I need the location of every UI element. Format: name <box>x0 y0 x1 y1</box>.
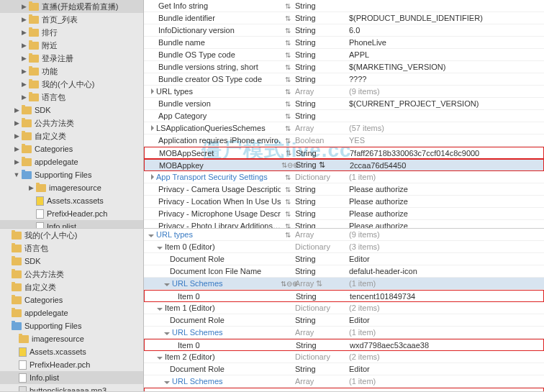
tree-item[interactable]: 公共方法类 <box>0 268 143 281</box>
plist-type[interactable]: String <box>295 99 345 108</box>
plist-row[interactable]: Privacy - Location When In Use Us…⇅Strin… <box>144 196 544 208</box>
plist-row[interactable]: Item 0Stringtencent101849734 <box>144 290 544 302</box>
plist-row[interactable]: App Transport Security Settings⇅Dictiona… <box>144 171 544 183</box>
tree-item[interactable]: Info.plist <box>0 371 143 384</box>
plist-type[interactable]: String <box>295 63 345 71</box>
plist-type[interactable]: Dictionary <box>295 173 345 181</box>
tree-item[interactable]: Assets.xcassets <box>0 345 143 358</box>
plist-type[interactable]: String <box>295 185 345 193</box>
disclosure-triangle-icon[interactable]: ▶ <box>13 145 20 152</box>
plist-key[interactable]: Bundle creator OS Type code <box>158 75 262 83</box>
plist-value[interactable]: (1 item) <box>345 173 544 181</box>
disclosure-triangle-icon[interactable]: ▶ <box>27 184 35 191</box>
plist-type[interactable]: Dictionary <box>295 352 345 361</box>
stepper-icon[interactable]: ⇅ <box>281 63 295 71</box>
plist-row[interactable]: Privacy - Microphone Usage Descri…⇅Strin… <box>144 208 544 220</box>
tree-item[interactable]: ▶公共方法类 <box>0 117 143 129</box>
plist-type[interactable]: String ⇅ <box>296 160 346 170</box>
plist-type[interactable]: String <box>295 267 345 275</box>
plist-value[interactable]: (1 item) <box>345 328 544 337</box>
plist-value[interactable]: wxd7798aec53caae38 <box>346 341 543 350</box>
plist-type[interactable]: Dictionary <box>295 304 345 312</box>
disclosure-triangle-icon[interactable]: ▶ <box>20 55 27 62</box>
tree-item[interactable]: ▶首页_列表 <box>0 13 143 26</box>
disclosure-triangle-icon[interactable]: ▶ <box>20 3 27 10</box>
plist-row[interactable]: Get Info string⇅String <box>144 0 544 12</box>
plist-type[interactable]: String <box>295 26 345 35</box>
tree-item[interactable]: Assets.xcassets <box>0 194 143 207</box>
plist-key[interactable]: App Transport Security Settings <box>156 173 268 181</box>
plist-key[interactable]: Bundle OS Type code <box>158 50 235 59</box>
tree-item[interactable]: ▶语言包 <box>0 91 143 104</box>
disclosure-triangle-icon[interactable]: ▶ <box>20 16 27 23</box>
plist-key[interactable]: Item 0 <box>178 292 200 301</box>
tree-item[interactable]: ▶Categories <box>0 142 143 155</box>
stepper-icon[interactable]: ⇅ <box>281 222 295 229</box>
plist-key[interactable]: Privacy - Location When In Use Us… <box>158 197 281 206</box>
plist-row[interactable]: App Category⇅String <box>144 110 544 122</box>
plist-type[interactable]: String <box>295 255 345 263</box>
plist-key[interactable]: URL Schemes <box>172 279 223 288</box>
stepper-icon[interactable]: ⇅ <box>281 137 295 145</box>
plist-type[interactable]: String <box>295 50 345 59</box>
tree-item[interactable]: buttonclickaaaaa.mp3 <box>0 384 143 391</box>
plist-row[interactable]: Privacy - Photo Library Additions…⇅Strin… <box>144 220 544 228</box>
plist-type[interactable]: String <box>295 365 345 373</box>
stepper-icon[interactable]: ⇅ <box>281 27 295 35</box>
stepper-icon[interactable]: ⇅ <box>281 124 295 132</box>
plist-key[interactable]: URL Schemes <box>172 328 223 337</box>
tree-item[interactable]: ▶登录注册 <box>0 52 143 65</box>
plist-key[interactable]: LSApplicationQueriesSchemes <box>156 124 266 132</box>
plist-value[interactable]: defalut-header-icon <box>345 267 544 275</box>
plist-key[interactable]: URL types <box>156 230 193 239</box>
plist-key[interactable]: Item 0 (Editor) <box>165 242 215 251</box>
plist-value[interactable]: (1 item) <box>345 279 544 288</box>
plist-value[interactable]: (3 items) <box>345 242 544 251</box>
plist-row[interactable]: URL SchemesArray(1 item) <box>144 327 544 339</box>
tree-item[interactable]: appdelegate <box>0 306 143 319</box>
disclosure-triangle-icon[interactable]: ▶ <box>13 158 20 165</box>
stepper-icon[interactable]: ⇅ <box>281 88 295 96</box>
disclosure-icon[interactable] <box>164 283 170 286</box>
plist-key[interactable]: InfoDictionary version <box>158 26 235 35</box>
plist-value[interactable]: Please authorize <box>345 185 544 193</box>
plist-row[interactable]: InfoDictionary version⇅String6.0 <box>144 24 544 37</box>
disclosure-icon[interactable] <box>151 88 154 94</box>
plist-key[interactable]: Item 2 (Editor) <box>165 352 215 361</box>
tree-item[interactable]: Supporting Files <box>0 319 143 332</box>
plist-row[interactable]: Document Icon File NameStringdefalut-hea… <box>144 265 544 278</box>
stepper-icon[interactable]: ⇅ <box>281 186 295 193</box>
plist-value[interactable]: YES <box>345 136 544 145</box>
plist-value[interactable]: (57 items) <box>345 124 544 132</box>
stepper-icon[interactable]: ⇅⊖⊕ <box>281 280 295 288</box>
plist-row[interactable]: Bundle identifier⇅String$(PRODUCT_BUNDLE… <box>144 12 544 24</box>
tree-item[interactable]: ▼Supporting Files <box>0 168 143 181</box>
plist-type[interactable]: Dictionary <box>295 242 345 251</box>
plist-value[interactable]: Editor <box>345 316 544 324</box>
disclosure-icon[interactable] <box>164 332 170 335</box>
disclosure-triangle-icon[interactable]: ▶ <box>20 68 27 75</box>
disclosure-triangle-icon[interactable]: ▶ <box>13 106 20 114</box>
stepper-icon[interactable]: ⇅ <box>281 198 295 206</box>
plist-type[interactable]: Array <box>295 377 345 386</box>
plist-row[interactable]: Bundle OS Type code⇅StringAPPL <box>144 49 544 61</box>
plist-type[interactable]: Array ⇅ <box>295 279 345 288</box>
plist-value[interactable]: (1 item) <box>345 377 544 386</box>
tree-item[interactable]: ▶imageresource <box>0 181 143 194</box>
plist-row[interactable]: Item 1 (Editor)Dictionary(2 items) <box>144 302 544 314</box>
plist-key[interactable]: Bundle version <box>158 99 211 108</box>
plist-row[interactable]: LSApplicationQueriesSchemes⇅Array(57 ite… <box>144 122 544 135</box>
plist-key[interactable]: App Category <box>158 111 207 120</box>
plist-row[interactable]: MOBAppSecret⇅String7faff26718b330063c7cc… <box>144 147 544 159</box>
plist-key[interactable]: MOBAppSecret <box>159 149 214 158</box>
disclosure-icon[interactable] <box>157 308 163 311</box>
plist-row[interactable]: Privacy - Camera Usage Description⇅Strin… <box>144 183 544 196</box>
tree-item[interactable]: 语言包 <box>0 242 143 255</box>
disclosure-icon[interactable] <box>151 174 154 180</box>
plist-row[interactable]: Item 0StringQQ06121A86 <box>144 388 544 391</box>
stepper-icon[interactable]: ⇅ <box>281 51 295 59</box>
plist-editor-bottom[interactable]: URL types⇅Array(9 items)Item 0 (Editor)D… <box>144 229 544 391</box>
plist-key[interactable]: MOBAppkey <box>159 161 204 170</box>
plist-key[interactable]: Document Icon File Name <box>170 267 261 275</box>
plist-key[interactable]: Document Role <box>170 365 225 373</box>
